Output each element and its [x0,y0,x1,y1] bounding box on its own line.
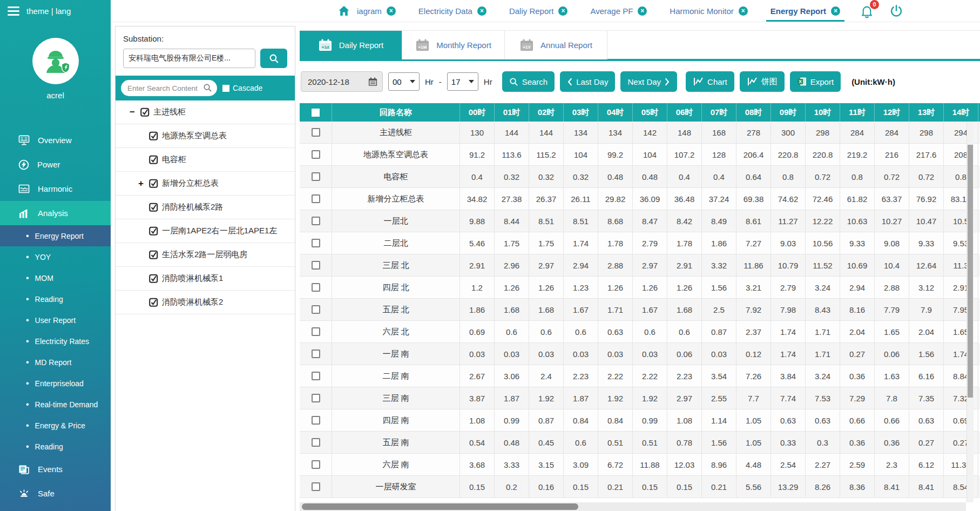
sidebar-item-analysis[interactable]: Analysis [0,201,111,225]
sidebar-subitem-reading[interactable]: •Reading [0,288,111,310]
topbar-tab[interactable]: iagram× [357,0,396,22]
tree-checkbox-icon[interactable] [149,203,158,212]
notifications-bell[interactable]: 0 [860,4,874,18]
value-cell: 0.4 [702,166,736,188]
export-button[interactable]: X Export [790,71,841,92]
value-cell: 0.32 [495,166,529,188]
tree-node[interactable]: −主进线柜 [116,100,295,124]
collapse-icon[interactable]: − [130,107,140,118]
home-icon[interactable] [337,4,350,17]
topbar-tab[interactable]: Average PF× [590,0,647,22]
tree-node[interactable]: 一层南1APE2右一层北1APE1左 [116,219,295,243]
topbar-tab[interactable]: Harmonic Monitor× [670,0,747,22]
sidebar-subitem-electricity-rates[interactable]: •Electricity Rates [0,331,111,352]
row-checkbox[interactable] [312,327,320,336]
sidebar-item-overview[interactable]: Overview [0,128,111,152]
hour-end-select[interactable]: 17 [447,72,478,91]
value-cell: 2.5 [702,299,736,321]
pie-chart-button[interactable]: 饼图 [740,71,785,92]
row-checkbox[interactable] [312,150,320,159]
vertical-scrollbar[interactable] [967,122,974,502]
row-checkbox[interactable] [312,172,320,181]
expand-icon[interactable]: + [138,178,149,189]
sidebar-item-harmonic[interactable]: Harmonic [0,177,111,201]
sidebar-item-safe[interactable]: Safe [0,481,111,506]
tree-node[interactable]: 地源热泵空调总表 [116,124,295,148]
row-checkbox[interactable] [312,438,320,447]
horizontal-scrollbar-thumb[interactable] [302,503,578,510]
menu-toggle-icon[interactable] [8,6,19,16]
next-day-button[interactable]: Next Day [620,71,677,92]
tree-node[interactable]: 消防喷淋机械泵2 [116,291,295,314]
tree-checkbox-icon[interactable] [149,250,158,259]
close-icon[interactable]: × [477,6,486,16]
value-cell: 134 [598,122,633,144]
sidebar-subitem-energy-price[interactable]: •Energy & Price [0,415,111,436]
row-checkbox[interactable] [312,217,320,225]
sidebar-subitem-user-report[interactable]: •User Report [0,310,111,331]
tree-checkbox-icon[interactable] [149,298,158,307]
topbar-tab[interactable]: Electricity Data× [418,0,486,22]
sidebar-subitem-enterpriseload[interactable]: •Enterpriseload [0,373,111,394]
close-icon[interactable]: × [831,6,840,16]
row-checkbox[interactable] [312,261,320,270]
hour-start-select[interactable]: 00 [388,72,420,91]
sidebar-subitem-energy-report[interactable]: •Energy Report [0,225,111,246]
tree-checkbox-icon[interactable] [149,131,158,140]
row-checkbox[interactable] [312,349,320,358]
tab-daily-report[interactable]: +1dDaily Report [300,31,402,59]
vertical-scrollbar-thumb[interactable] [968,145,973,398]
avatar[interactable] [32,38,79,84]
date-picker[interactable]: 2020-12-18 [301,71,383,92]
row-checkbox[interactable] [312,482,320,491]
tree-node[interactable]: 消防喷淋机械泵1 [116,267,295,291]
row-checkbox[interactable] [312,394,320,402]
tree-node[interactable]: 生活水泵2路一层弱电房 [116,243,295,267]
circuit-name-cell: 地源热泵空调总表 [332,144,460,166]
tree-checkbox-icon[interactable] [149,274,158,283]
sidebar-subitem-real-time-demand[interactable]: •Real-time Demand [0,394,111,415]
substation-search-button[interactable] [260,49,287,68]
close-icon[interactable]: × [739,6,748,16]
tree-checkbox-icon[interactable] [149,226,158,236]
table-row: 四层 北1.21.261.261.231.261.261.261.563.212… [300,277,980,299]
close-icon[interactable]: × [638,6,647,16]
row-checkbox[interactable] [312,239,320,247]
close-icon[interactable]: × [558,6,567,16]
value-cell: 9.08 [875,232,909,254]
tree-node[interactable]: 电容柜 [116,148,295,172]
row-checkbox[interactable] [312,128,320,137]
sidebar-item-power[interactable]: Power [0,152,111,177]
row-checkbox[interactable] [312,194,320,203]
tree-checkbox-icon[interactable] [140,107,150,117]
sidebar-subitem-mom[interactable]: •MOM [0,267,111,288]
tree-node[interactable]: 消防栓机械泵2路 [116,196,295,219]
logout-power-button[interactable] [889,4,903,18]
tab-annual-report[interactable]: +1YAnnual Report [505,31,607,59]
sidebar-subitem-yoy[interactable]: •YOY [0,246,111,267]
close-icon[interactable]: × [387,6,396,16]
horizontal-scrollbar[interactable] [300,502,966,511]
search-button[interactable]: Search [502,71,555,92]
tree-node[interactable]: +新增分立柜总表 [116,172,295,196]
topbar-tab[interactable]: Daliy Report× [509,0,568,22]
sidebar-subitem-md-report[interactable]: •MD Report [0,352,111,373]
select-all-checkbox[interactable] [312,109,320,117]
cascade-checkbox[interactable]: Cascade [222,84,262,92]
topbar-tab[interactable]: Energy Report× [771,0,840,22]
row-checkbox[interactable] [312,305,320,314]
row-checkbox[interactable] [312,460,320,469]
tab-monthly-report[interactable]: +1MMonthly Report [402,31,505,59]
tree-checkbox-icon[interactable] [149,155,158,164]
sidebar-item-events[interactable]: Events [0,457,111,481]
sidebar-subitem-reading[interactable]: •Reading [0,436,111,457]
row-checkbox[interactable] [312,372,320,380]
chart-button[interactable]: Chart [686,71,734,92]
row-checkbox[interactable] [312,416,320,425]
last-day-button[interactable]: Last Day [560,71,615,92]
hour-column-header: 14时 [944,103,978,122]
theme-lang-switch[interactable]: theme | lang [26,6,71,16]
substation-input[interactable] [123,49,255,68]
tree-checkbox-icon[interactable] [149,179,158,188]
row-checkbox[interactable] [312,283,320,292]
